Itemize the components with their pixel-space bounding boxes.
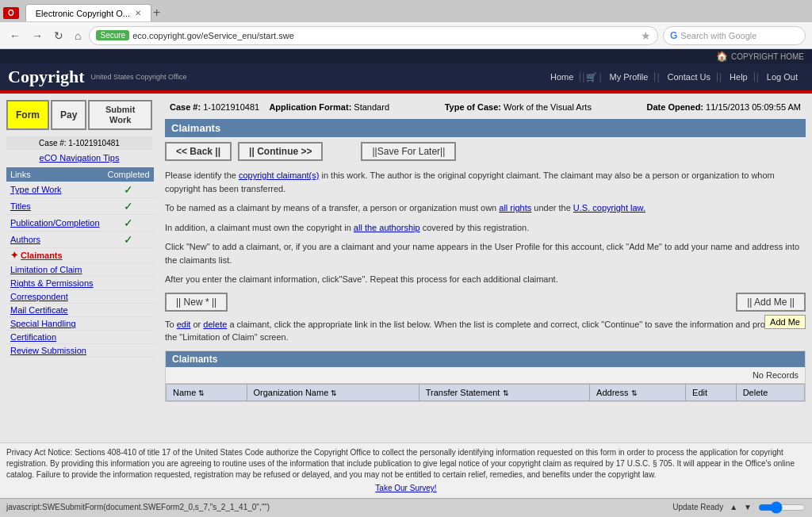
status-arrow-down: ▼ [744,503,752,511]
sidebar-link-claimants[interactable]: Claimants [21,251,63,260]
active-tab[interactable]: Electronic Copyright O... ✕ [25,4,151,21]
address-bar[interactable]: Secure eco.copyright.gov/eService_enu/st… [89,26,658,45]
name-sort-icon[interactable]: ⇅ [198,389,205,397]
transfer-paragraph: To be named as a claimant by means of a … [165,201,806,215]
home-btn[interactable]: ⌂ [71,28,84,44]
transfer-sort-icon[interactable]: ⇅ [503,389,509,397]
nav-bar: ← → ↻ ⌂ Secure eco.copyright.gov/eServic… [0,22,812,49]
search-bar[interactable]: G Search with Google [663,26,806,45]
sidebar-row-review[interactable]: Review Submission [6,344,154,358]
check-titles: ✓ [124,200,133,213]
step-buttons: Form Pay Submit Work [6,100,152,130]
sidebar-link-limitation[interactable]: Limitation of Claim [10,265,82,274]
continue-form-btn[interactable]: || Continue >> [238,142,323,161]
add-me-tooltip: Add Me [764,315,806,329]
sidebar-row-authors[interactable]: Authors ✓ [6,232,154,248]
app-format-val: Standard [354,102,389,112]
case-num-label2: Case #: [170,102,201,112]
submit-step-btn[interactable]: Submit Work [88,100,152,130]
sidebar-row-limitation[interactable]: Limitation of Claim [6,263,154,277]
all-rights-link[interactable]: all rights [499,203,531,213]
delete-link[interactable]: delete [203,320,227,329]
sidebar-link-special[interactable]: Special Handling [10,319,76,328]
sidebar-link-authors[interactable]: Authors [10,235,40,244]
new-tab-btn[interactable]: + [153,6,160,19]
col-address: Address ⇅ [590,384,686,400]
ownership-paragraph: In addition, a claimant must own the cop… [165,221,806,235]
nav-help[interactable]: Help [723,72,755,82]
date-val: 11/15/2013 05:09:55 AM [706,102,801,112]
sidebar-row-mail[interactable]: Mail Certificate [6,304,154,317]
sidebar-col-completed: Completed [104,167,154,182]
sidebar-row-correspondent[interactable]: Correspondent [6,290,154,304]
nav-contact-us[interactable]: Contact Us [661,72,718,82]
nav-buttons-row: << Back || || Continue >> ||Save For Lat… [165,142,806,161]
current-row-icon: ✦ [10,250,18,261]
sidebar-row-special[interactable]: Special Handling [6,317,154,331]
all-authorship-link[interactable]: all the authorship [354,223,420,232]
tab-close-btn[interactable]: ✕ [135,9,141,17]
sidebar-link-type-of-work[interactable]: Type of Work [10,185,62,194]
nav-home[interactable]: Home [544,72,580,82]
status-bar: javascript:SWESubmitForm(document.SWEFor… [0,498,812,515]
sidebar-link-correspondent[interactable]: Correspondent [10,292,68,301]
nav-my-profile[interactable]: My Profile [603,72,656,82]
add-me-btn[interactable]: || Add Me || [736,293,806,312]
privacy-notice: Privacy Act Notice: Sections 408-410 of … [0,442,812,498]
back-btn[interactable]: ← [6,28,24,44]
after-paragraph: After you enter the claimant information… [165,273,806,286]
type-label: Type of Case: [445,102,501,112]
sidebar-link-titles[interactable]: Titles [10,201,31,211]
check-type-of-work: ✓ [124,183,133,196]
browser-chrome: O Electronic Copyright O... ✕ + ← → ↻ ⌂ … [0,0,812,49]
case-number-display: Case #: 1-1021910481 Application Format:… [170,102,389,112]
type-val: Work of the Visual Arts [504,102,592,112]
claimants-table-title: Claimants [166,351,805,367]
check-authors: ✓ [124,233,133,246]
site-subtitle: United States Copyright Office [91,73,187,81]
sidebar-row-titles[interactable]: Titles ✓ [6,198,154,215]
back-form-btn[interactable]: << Back || [165,142,232,161]
sidebar-link-review[interactable]: Review Submission [10,346,86,355]
refresh-btn[interactable]: ↻ [51,28,67,44]
main-container: Form Pay Submit Work Case #: 1-102191048… [0,94,812,442]
sidebar-link-publication[interactable]: Publication/Completion [10,218,100,228]
case-date-display: Date Opened: 11/15/2013 05:09:55 AM [647,102,801,112]
google-icon: G [670,30,677,41]
sidebar-row-rights[interactable]: Rights & Permissions [6,277,154,290]
app-format-label: Application Format: [269,102,351,112]
edit-link[interactable]: edit [177,320,191,329]
form-step-btn[interactable]: Form [6,100,49,130]
sidebar-col-links: Links [6,167,104,182]
pay-step-btn[interactable]: Pay [51,100,86,130]
forward-btn[interactable]: → [29,28,46,44]
col-edit: Edit [686,384,737,400]
address-sort-icon[interactable]: ⇅ [631,389,638,397]
eco-nav-tips-link[interactable]: eCO Navigation Tips [6,153,152,163]
us-copyright-link[interactable]: U.S. copyright law. [573,203,645,213]
sidebar-link-mail[interactable]: Mail Certificate [10,305,68,315]
nav-log-out[interactable]: Log Out [760,72,804,82]
instructions-paragraph: Click "New" to add a claimant, or, if yo… [165,240,806,266]
add-me-container: || Add Me || Add Me [736,293,806,312]
sidebar-link-certification[interactable]: Certification [10,332,56,342]
org-sort-icon[interactable]: ⇅ [331,389,337,397]
bookmark-icon[interactable]: ★ [641,29,651,42]
sidebar-link-rights[interactable]: Rights & Permissions [10,278,94,288]
sidebar-row-claimants[interactable]: ✦ Claimants [6,248,154,263]
sidebar-row-certification[interactable]: Certification [6,331,154,344]
case-header: Case #: 1-1021910481 Application Format:… [165,100,806,114]
main-content: Case #: 1-1021910481 Application Format:… [159,94,812,442]
sidebar-row-type-of-work[interactable]: Type of Work ✓ [6,182,154,198]
sidebar-row-publication[interactable]: Publication/Completion ✓ [6,215,154,232]
zoom-slider[interactable] [758,501,806,514]
copyright-home-link[interactable]: 🏠 COPYRIGHT HOME [716,51,804,62]
survey-link[interactable]: Take Our Survey! [375,484,436,492]
tab-bar: O Electronic Copyright O... ✕ + [0,0,812,22]
search-placeholder: Search with Google [680,31,756,40]
check-publication: ✓ [124,216,133,229]
save-later-btn[interactable]: ||Save For Later|| [361,142,456,161]
claimants-table: Name ⇅ Organization Name ⇅ Transfer Stat… [166,384,805,401]
copyright-claimants-link[interactable]: copyright claimant(s) [239,170,319,180]
new-btn[interactable]: || New * || [165,293,228,312]
